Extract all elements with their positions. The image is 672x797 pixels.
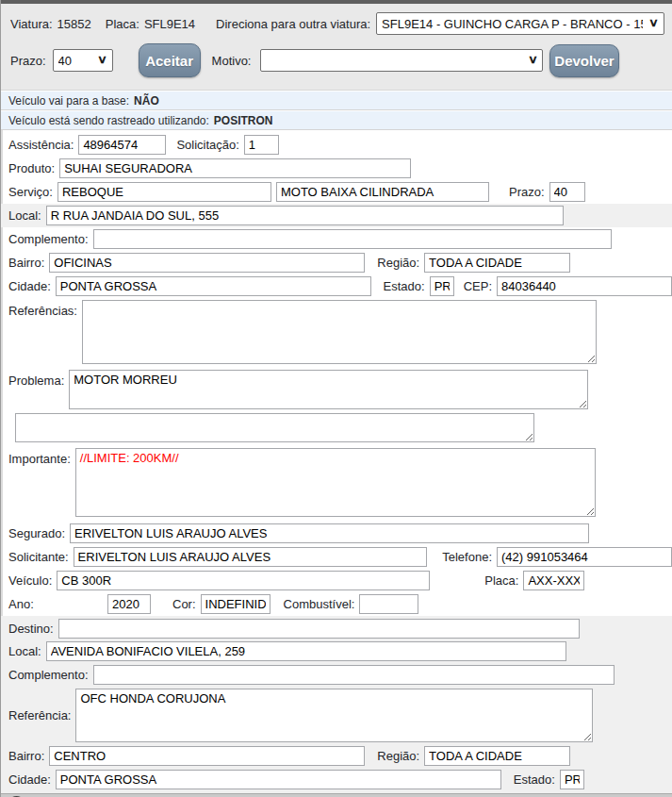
devolver-button[interactable]: Devolver — [549, 44, 619, 77]
direciona-viatura-select[interactable]: SFL9E14 - GUINCHO CARGA P - BRANCO - 158… — [376, 12, 664, 35]
observacao-textarea[interactable] — [15, 413, 534, 442]
bairro-destino-label: Bairro: — [8, 749, 44, 763]
row-bairro-destino: Bairro: Região: — [1, 744, 672, 768]
servico-tipo-field[interactable] — [276, 182, 489, 202]
row-cidade-destino: Cidade: Estado: — [1, 768, 672, 791]
row-produto: Produto: — [1, 157, 672, 180]
bairro-origem-field[interactable] — [49, 253, 365, 273]
referencia-destino-label: Referência: — [8, 708, 71, 722]
local-origem-field[interactable] — [46, 206, 564, 225]
complemento-destino-field[interactable] — [93, 665, 615, 685]
segurado-label: Segurado: — [8, 526, 65, 540]
cidade-origem-field[interactable] — [56, 276, 371, 296]
motivo-label: Motivo: — [212, 54, 252, 68]
regiao-destino-label: Região: — [377, 749, 419, 763]
row-problema: Problema: — [1, 368, 672, 411]
estado-destino-field[interactable] — [560, 770, 584, 789]
estado-origem-label: Estado: — [384, 279, 425, 293]
row-bairro-origem: Bairro: Região: — [1, 251, 672, 274]
row-complemento-origem: Complemento: — [1, 227, 672, 251]
header-row-actions: Prazo: 40 Aceitar Motivo: Devolver — [10, 43, 664, 77]
solicitacao-field[interactable] — [244, 135, 279, 155]
solicitante-field[interactable] — [74, 547, 428, 567]
placa-value: SFL9E14 — [144, 17, 195, 31]
row-observacao — [1, 411, 672, 444]
placa-label: Placa: — [106, 17, 139, 31]
regiao-origem-label: Região: — [377, 256, 419, 270]
destino-label: Destino: — [8, 622, 54, 636]
row-destino: Destino: — [1, 616, 672, 639]
viatura-label: Viatura: — [10, 17, 53, 31]
row-segurado: Segurado: — [1, 522, 672, 545]
row-complemento-destino: Complemento: — [1, 663, 672, 687]
regiao-destino-field[interactable] — [424, 746, 570, 766]
local-destino-field[interactable] — [46, 641, 566, 661]
destino-section: Destino: Local: Complemento: Referência:… — [1, 616, 672, 793]
notice-rastreio: Veículo está sendo rastreado utilizando:… — [1, 110, 672, 130]
complemento-origem-field[interactable] — [93, 229, 612, 249]
solicitacao-label: Solicitação: — [176, 138, 238, 152]
row-importante: Importante: — [1, 446, 672, 519]
assistencia-label: Assistência: — [8, 138, 74, 152]
referencias-label: Referências: — [8, 300, 77, 318]
estado-origem-field[interactable] — [430, 276, 454, 296]
cidade-destino-field[interactable] — [56, 770, 501, 789]
prazo-select[interactable]: 40 — [53, 49, 113, 72]
notice-base: Veículo vai para a base: NÃO — [1, 91, 672, 110]
problema-label: Problema: — [8, 370, 64, 388]
ano-label: Ano: — [8, 597, 103, 611]
solicitante-label: Solicitante: — [8, 550, 69, 564]
cor-field[interactable] — [201, 594, 270, 614]
motivo-select-wrapper — [260, 49, 543, 72]
complemento-origem-label: Complemento: — [8, 232, 89, 246]
cep-field[interactable] — [497, 276, 672, 296]
prazo-form-label: Prazo: — [509, 185, 545, 199]
telefone-field[interactable] — [497, 547, 672, 567]
ano-field[interactable] — [107, 594, 151, 614]
assistencia-field[interactable] — [78, 135, 166, 155]
cep-label: CEP: — [464, 279, 492, 293]
local-destino-label: Local: — [8, 644, 41, 658]
row-ano-cor: Ano: Cor: Combustível: — [1, 592, 672, 616]
produto-label: Produto: — [8, 161, 55, 175]
combustivel-label: Combustível: — [284, 597, 355, 611]
row-assistencia: Assistência: Solicitação: — [1, 133, 672, 157]
rastreio-label: Veículo está sendo rastreado utilizando: — [8, 114, 209, 127]
direciona-select-wrapper: SFL9E14 - GUINCHO CARGA P - BRANCO - 158… — [376, 12, 664, 35]
regiao-origem-field[interactable] — [424, 253, 570, 273]
importante-textarea[interactable] — [75, 448, 596, 517]
prazo-select-wrapper: 40 — [53, 49, 113, 72]
row-veiculo: Veículo: Placa: — [1, 569, 672, 592]
row-referencia-destino: Referência: — [1, 687, 672, 744]
aceitar-button[interactable]: Aceitar — [139, 43, 201, 77]
telefone-label: Telefone: — [442, 550, 492, 564]
rastreio-value: POSITRON — [214, 114, 273, 127]
cidade-origem-label: Cidade: — [8, 279, 51, 293]
combustivel-field[interactable] — [359, 594, 418, 614]
segurado-field[interactable] — [70, 523, 589, 543]
importante-label: Importante: — [8, 448, 71, 466]
veiculo-label: Veículo: — [8, 573, 52, 588]
estado-destino-label: Estado: — [514, 772, 555, 787]
prazo-form-field[interactable] — [549, 182, 585, 202]
cidade-destino-label: Cidade: — [8, 772, 51, 787]
row-solicitante: Solicitante: Telefone: — [1, 545, 672, 569]
veiculo-field[interactable] — [57, 571, 430, 590]
complemento-destino-label: Complemento: — [8, 668, 89, 682]
base-value: NÃO — [134, 94, 159, 108]
produto-field[interactable] — [59, 158, 411, 178]
bairro-destino-field[interactable] — [49, 746, 365, 766]
cor-label: Cor: — [172, 597, 196, 611]
direciona-label: Direciona para outra viatura: — [216, 17, 370, 31]
motivo-select[interactable] — [260, 49, 543, 72]
placa-veiculo-field[interactable] — [523, 571, 584, 590]
referencia-destino-textarea[interactable] — [75, 689, 593, 742]
row-local-destino: Local: — [1, 639, 672, 663]
row-servico: Serviço: Prazo: — [1, 180, 672, 204]
problema-textarea[interactable] — [69, 370, 588, 409]
servico-field[interactable] — [57, 182, 271, 202]
referencias-textarea[interactable] — [82, 300, 597, 364]
row-referencias: Referências: — [1, 298, 672, 366]
destino-field[interactable] — [58, 619, 580, 639]
assistance-form: Assistência: Solicitação: Produto: Servi… — [1, 130, 672, 793]
